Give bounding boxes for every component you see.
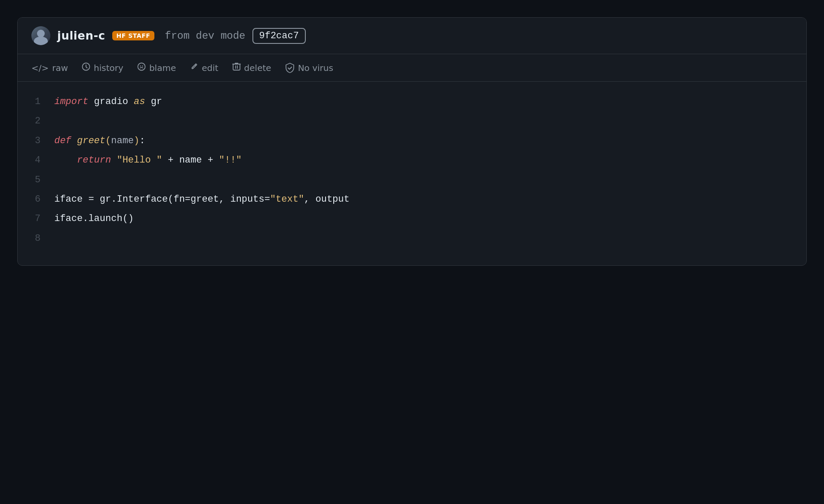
history-icon bbox=[82, 62, 90, 73]
code-token: def bbox=[54, 135, 71, 146]
line-number: 1 bbox=[18, 92, 54, 111]
toolbar-edit[interactable]: edit bbox=[190, 62, 218, 73]
commit-hash[interactable]: 9f2cac7 bbox=[252, 28, 306, 44]
raw-label: raw bbox=[52, 63, 68, 73]
history-label: history bbox=[94, 63, 123, 73]
line-number: 3 bbox=[18, 131, 54, 151]
line-number: 8 bbox=[18, 229, 54, 248]
code-line bbox=[54, 170, 806, 190]
code-row: 7iface.launch() bbox=[18, 209, 806, 228]
line-number: 2 bbox=[18, 111, 54, 131]
toolbar-no-virus: No virus bbox=[285, 63, 333, 73]
code-row: 8 bbox=[18, 229, 806, 248]
file-viewer: julien-c HF STAFF from dev mode 9f2cac7 … bbox=[17, 17, 807, 266]
svg-point-2 bbox=[140, 65, 141, 66]
code-token: "Hello " bbox=[117, 155, 162, 166]
blame-icon bbox=[137, 62, 146, 73]
code-line bbox=[54, 111, 806, 131]
code-line: iface = gr.Interface(fn=greet, inputs="t… bbox=[54, 190, 806, 209]
svg-rect-4 bbox=[233, 64, 240, 70]
code-table: 1import gradio as gr2 3def greet(name):4… bbox=[18, 92, 806, 248]
code-token: "!!" bbox=[219, 155, 242, 166]
line-number: 4 bbox=[18, 151, 54, 170]
code-token: greet bbox=[77, 135, 105, 146]
line-number: 7 bbox=[18, 209, 54, 228]
code-token bbox=[54, 155, 77, 166]
code-line: return "Hello " + name + "!!" bbox=[54, 151, 806, 170]
delete-label: delete bbox=[244, 63, 271, 73]
username[interactable]: julien-c bbox=[57, 29, 105, 42]
toolbar-blame[interactable]: blame bbox=[137, 62, 176, 73]
code-container: 1import gradio as gr2 3def greet(name):4… bbox=[18, 82, 806, 265]
code-row: 2 bbox=[18, 111, 806, 131]
code-row: 3def greet(name): bbox=[18, 131, 806, 151]
code-icon: </> bbox=[31, 63, 49, 73]
code-token: iface.launch() bbox=[54, 213, 134, 224]
from-dev-label: from dev mode bbox=[165, 30, 245, 42]
code-token: ( bbox=[105, 135, 111, 146]
toolbar-raw[interactable]: </> raw bbox=[31, 63, 68, 73]
code-token: gr bbox=[145, 96, 162, 107]
code-token: + name + bbox=[162, 155, 219, 166]
svg-point-1 bbox=[138, 63, 145, 71]
code-token: , output bbox=[304, 194, 350, 205]
no-virus-label: No virus bbox=[298, 63, 333, 73]
code-token: "text" bbox=[270, 194, 304, 205]
hf-staff-badge: HF STAFF bbox=[112, 31, 155, 40]
file-toolbar: </> raw history blame bbox=[18, 54, 806, 82]
edit-label: edit bbox=[202, 63, 218, 73]
code-token: : bbox=[139, 135, 145, 146]
blame-label: blame bbox=[149, 63, 176, 73]
code-token: iface = gr.Interface(fn=greet, inputs= bbox=[54, 194, 270, 205]
code-line: def greet(name): bbox=[54, 131, 806, 151]
edit-icon bbox=[190, 62, 198, 73]
shield-icon bbox=[285, 63, 295, 73]
code-row: 1import gradio as gr bbox=[18, 92, 806, 111]
delete-icon bbox=[232, 62, 241, 74]
code-token: return bbox=[77, 155, 111, 166]
code-row: 6iface = gr.Interface(fn=greet, inputs="… bbox=[18, 190, 806, 209]
avatar bbox=[31, 26, 50, 45]
code-token bbox=[111, 155, 117, 166]
code-line: iface.launch() bbox=[54, 209, 806, 228]
code-row: 5 bbox=[18, 170, 806, 190]
code-token: name bbox=[111, 135, 134, 146]
code-token: ) bbox=[134, 135, 139, 146]
toolbar-delete[interactable]: delete bbox=[232, 62, 271, 74]
svg-point-3 bbox=[142, 65, 143, 66]
code-row: 4 return "Hello " + name + "!!" bbox=[18, 151, 806, 170]
code-token: as bbox=[134, 96, 145, 107]
code-token bbox=[71, 135, 77, 146]
line-number: 5 bbox=[18, 170, 54, 190]
code-line bbox=[54, 229, 806, 248]
code-token: import bbox=[54, 96, 88, 107]
code-line: import gradio as gr bbox=[54, 92, 806, 111]
file-header: julien-c HF STAFF from dev mode 9f2cac7 bbox=[18, 18, 806, 54]
line-number: 6 bbox=[18, 190, 54, 209]
toolbar-history[interactable]: history bbox=[82, 62, 123, 73]
code-token: gradio bbox=[88, 96, 134, 107]
